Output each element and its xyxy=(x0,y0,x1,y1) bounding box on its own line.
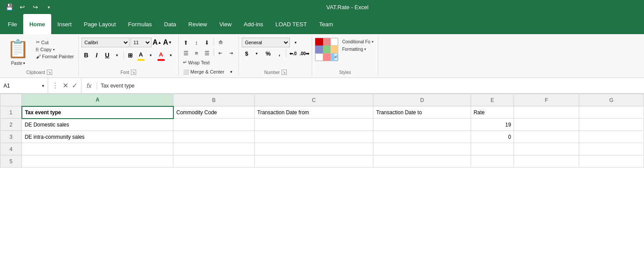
menu-item-addins[interactable]: Add-ins xyxy=(238,14,269,34)
align-right-button[interactable]: ☰ xyxy=(202,48,212,58)
col-header-a[interactable]: A xyxy=(22,94,173,106)
menu-item-data[interactable]: Data xyxy=(158,14,182,34)
font-size-select[interactable]: 11 xyxy=(130,38,151,47)
undo-button[interactable]: ↩ xyxy=(17,1,28,13)
align-top-button[interactable]: ⬆ xyxy=(181,38,191,47)
row-header-2[interactable]: 2 xyxy=(0,119,22,131)
align-middle-button[interactable]: ↕ xyxy=(192,38,201,47)
menu-item-loadtest[interactable]: LOAD TEST xyxy=(269,14,313,34)
row-header-1[interactable]: 1 xyxy=(0,106,22,119)
cut-button[interactable]: ✂ Cut xyxy=(34,39,76,46)
decrease-decimal-button[interactable]: ⬅.0 xyxy=(288,49,298,58)
font-family-select[interactable]: Calibri xyxy=(81,38,130,47)
cell-G4[interactable] xyxy=(579,143,644,155)
menu-item-pagelayout[interactable]: Page Layout xyxy=(78,14,122,34)
clipboard-expand-button[interactable]: ↘ xyxy=(47,70,52,75)
menu-item-review[interactable]: Review xyxy=(182,14,213,34)
cell-D1[interactable]: Transaction Date to xyxy=(373,106,471,119)
merge-center-button[interactable]: ⬜ Merge & Center xyxy=(181,68,226,76)
cell-B5[interactable] xyxy=(173,155,254,168)
decrease-indent-button[interactable]: ⇤ xyxy=(216,48,225,58)
font-expand-button[interactable]: ↘ xyxy=(131,70,136,75)
cell-E3[interactable]: 0 xyxy=(471,131,514,143)
menu-item-team[interactable]: Team xyxy=(313,14,339,34)
cell-C3[interactable] xyxy=(254,131,373,143)
cell-A3[interactable]: DE intra-community sales xyxy=(22,131,173,143)
cell-B2[interactable] xyxy=(173,119,254,131)
conditional-formatting-button[interactable]: Conditional Fo ▾ xyxy=(340,39,375,45)
redo-button[interactable]: ↪ xyxy=(30,1,41,13)
number-format-dropdown[interactable]: ▾ xyxy=(291,38,300,47)
increase-decimal-button[interactable]: .00➡ xyxy=(299,49,309,58)
cell-A4[interactable] xyxy=(22,143,173,155)
underline-dropdown[interactable]: ▾ xyxy=(112,50,122,60)
cell-E4[interactable] xyxy=(471,143,514,155)
cell-C5[interactable] xyxy=(254,155,373,168)
save-button[interactable]: 💾 xyxy=(4,1,15,13)
menu-item-view[interactable]: View xyxy=(213,14,238,34)
accounting-format-dropdown[interactable]: ▾ xyxy=(252,49,261,58)
wrap-text-button[interactable]: ↵ Wrap Text xyxy=(181,59,236,66)
cell-F1[interactable] xyxy=(514,106,579,119)
decrease-font-size-button[interactable]: A▼ xyxy=(163,38,172,47)
number-expand-button[interactable]: ↘ xyxy=(282,70,287,75)
function-wizard-button[interactable]: fx xyxy=(81,82,97,89)
percent-button[interactable]: % xyxy=(263,49,273,58)
col-header-f[interactable]: F xyxy=(514,94,579,106)
cell-B4[interactable] xyxy=(173,143,254,155)
accounting-format-button[interactable]: $ xyxy=(242,49,251,58)
col-header-g[interactable]: G xyxy=(579,94,644,106)
cell-B3[interactable] xyxy=(173,131,254,143)
menu-item-formulas[interactable]: Formulas xyxy=(122,14,158,34)
comma-button[interactable]: , xyxy=(274,49,284,58)
format-as-table-button[interactable]: Formatting ▾ xyxy=(340,46,375,53)
cell-G3[interactable] xyxy=(579,131,644,143)
cell-F4[interactable] xyxy=(514,143,579,155)
cell-G2[interactable] xyxy=(579,119,644,131)
bold-button[interactable]: B xyxy=(81,50,91,60)
cell-E5[interactable] xyxy=(471,155,514,168)
cell-D4[interactable] xyxy=(373,143,471,155)
menu-item-insert[interactable]: Insert xyxy=(51,14,78,34)
format-painter-button[interactable]: 🖌 Format Painter xyxy=(34,53,76,60)
fill-color-button[interactable]: A xyxy=(136,49,146,59)
cell-C4[interactable] xyxy=(254,143,373,155)
align-bottom-button[interactable]: ⬇ xyxy=(202,38,212,47)
cell-D2[interactable] xyxy=(373,119,471,131)
cell-A1[interactable]: Tax event type xyxy=(22,106,173,119)
fill-color-dropdown[interactable]: ▾ xyxy=(146,50,155,60)
paste-button[interactable]: 📋 xyxy=(4,37,32,61)
align-center-button[interactable]: ≡ xyxy=(192,48,201,58)
number-format-select[interactable]: General xyxy=(242,38,290,47)
col-header-b[interactable]: B xyxy=(173,94,254,106)
increase-indent-button[interactable]: ⇥ xyxy=(226,48,236,58)
italic-button[interactable]: I xyxy=(92,50,102,60)
align-left-button[interactable]: ☰ xyxy=(181,48,191,58)
increase-font-size-button[interactable]: A▲ xyxy=(152,38,162,47)
cell-G5[interactable] xyxy=(579,155,644,168)
menu-item-file[interactable]: File xyxy=(2,14,23,34)
font-color-dropdown[interactable]: ▾ xyxy=(166,50,176,60)
cell-A2[interactable]: DE Domestic sales xyxy=(22,119,173,131)
rotate-text-button[interactable]: ⟰ xyxy=(216,38,225,47)
cell-A5[interactable] xyxy=(22,155,173,168)
copy-button[interactable]: ⎘ Copy ▾ xyxy=(34,46,76,53)
col-header-c[interactable]: C xyxy=(254,94,373,106)
cell-E2[interactable]: 19 xyxy=(471,119,514,131)
cell-D5[interactable] xyxy=(373,155,471,168)
cell-reference-box[interactable]: A1 ▾ xyxy=(0,78,48,93)
cell-E1[interactable]: Rate xyxy=(471,106,514,119)
font-color-button[interactable]: A xyxy=(156,49,166,59)
cell-C2[interactable] xyxy=(254,119,373,131)
merge-center-dropdown[interactable]: ▾ xyxy=(226,67,236,77)
cell-F3[interactable] xyxy=(514,131,579,143)
confirm-formula-button[interactable]: ✓ xyxy=(72,81,77,90)
cancel-formula-button[interactable]: ✕ xyxy=(63,81,68,90)
col-header-e[interactable]: E xyxy=(471,94,514,106)
row-header-3[interactable]: 3 xyxy=(0,131,22,143)
cell-F2[interactable] xyxy=(514,119,579,131)
cell-F5[interactable] xyxy=(514,155,579,168)
col-header-d[interactable]: D xyxy=(373,94,471,106)
row-header-4[interactable]: 4 xyxy=(0,143,22,155)
border-button[interactable]: ⊞ xyxy=(126,50,135,60)
